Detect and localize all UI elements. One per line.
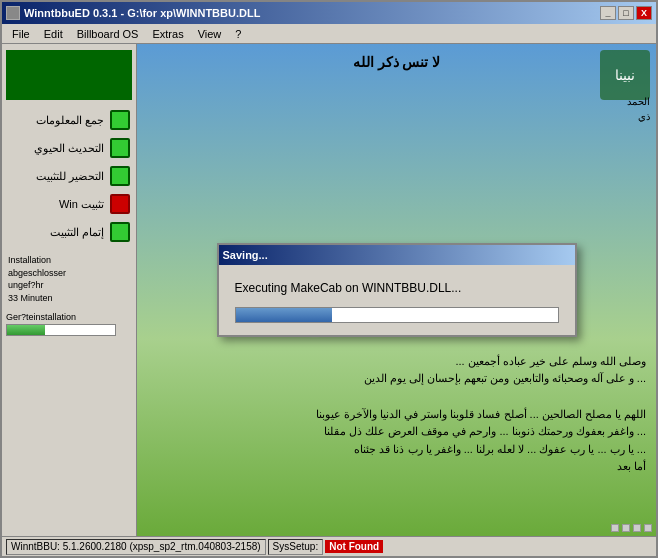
sidebar-btn-prepare[interactable]: التحضير للتثبيت xyxy=(6,164,132,188)
menu-view[interactable]: View xyxy=(192,26,228,42)
title-bar: WinntbbuED 0.3.1 - G:\for xp\WINNTBBU.DL… xyxy=(2,2,656,24)
saving-dialog: Saving... Executing MakeCab on WINNTBBU.… xyxy=(217,243,577,337)
sidebar-icon-finish xyxy=(110,222,130,242)
svg-text:⚔⚔: ⚔⚔ xyxy=(25,88,37,95)
window-title: WinntbbuED 0.3.1 - G:\for xp\WINNTBBU.DL… xyxy=(24,7,260,19)
syssetup-label-section: SysSetup: xyxy=(268,539,324,555)
title-bar-text: WinntbbuED 0.3.1 - G:\for xp\WINNTBBU.DL… xyxy=(6,6,260,20)
menu-file[interactable]: File xyxy=(6,26,36,42)
sidebar: بسم الله ⚔⚔ جمع المعلومات التحديث الحيوي… xyxy=(2,44,137,536)
dialog-title-bar: Saving... xyxy=(219,245,575,265)
desktop: لا تنس لا تنس ذكر الله نبينا الحمد ذي وص… xyxy=(137,44,656,536)
content-area: بسم الله ⚔⚔ جمع المعلومات التحديث الحيوي… xyxy=(2,44,656,536)
progress-label: Ger?teinstallation xyxy=(6,312,132,322)
sidebar-label-update: التحديث الحيوي xyxy=(34,142,104,155)
sidebar-icon-update xyxy=(110,138,130,158)
title-bar-controls: _ □ X xyxy=(600,6,652,20)
sidebar-label-install: تثبيت Win xyxy=(59,198,104,211)
not-found-badge: Not Found xyxy=(325,540,383,553)
status-line-2: abgeschlosser xyxy=(8,267,130,280)
menu-help[interactable]: ? xyxy=(229,26,247,42)
svg-rect-0 xyxy=(6,52,132,99)
winntbbu-value: 5.1.2600.2180 (xpsp_sp2_rtm.040803-2158) xyxy=(63,541,261,552)
maximize-button[interactable]: □ xyxy=(618,6,634,20)
sidebar-btn-install[interactable]: تثبيت Win xyxy=(6,192,132,216)
dialog-progress-fill xyxy=(236,308,333,322)
winntbbu-section: WinntBBU: 5.1.2600.2180 (xpsp_sp2_rtm.04… xyxy=(6,539,266,555)
dialog-content: Executing MakeCab on WINNTBBU.DLL... xyxy=(219,265,575,335)
svg-text:بسم الله: بسم الله xyxy=(49,70,88,83)
sidebar-label-prepare: التحضير للتثبيت xyxy=(36,170,104,183)
main-window: WinntbbuED 0.3.1 - G:\for xp\WINNTBBU.DL… xyxy=(0,0,658,558)
sidebar-icon-install xyxy=(110,194,130,214)
sidebar-label-info: جمع المعلومات xyxy=(36,114,104,127)
sidebar-btn-update[interactable]: التحديث الحيوي xyxy=(6,136,132,160)
status-line-4: 33 Minuten xyxy=(8,292,130,305)
flag-area: بسم الله ⚔⚔ xyxy=(6,50,132,100)
winntbbu-label: WinntBBU: xyxy=(11,541,60,552)
menu-extras[interactable]: Extras xyxy=(146,26,189,42)
progress-bar-inner xyxy=(7,325,45,335)
progress-section: Ger?teinstallation xyxy=(6,312,132,336)
dialog-message: Executing MakeCab on WINNTBBU.DLL... xyxy=(235,281,559,295)
sidebar-btn-finish[interactable]: إتمام التثبيت xyxy=(6,220,132,244)
menu-bar: File Edit Billboard OS Extras View ? xyxy=(2,24,656,44)
sidebar-label-finish: إتمام التثبيت xyxy=(50,226,104,239)
menu-billboard-os[interactable]: Billboard OS xyxy=(71,26,145,42)
sidebar-icon-info xyxy=(110,110,130,130)
status-bar: WinntBBU: 5.1.2600.2180 (xpsp_sp2_rtm.04… xyxy=(2,536,656,556)
app-icon xyxy=(6,6,20,20)
menu-edit[interactable]: Edit xyxy=(38,26,69,42)
dialog-overlay: Saving... Executing MakeCab on WINNTBBU.… xyxy=(137,44,656,536)
progress-bar-outer xyxy=(6,324,116,336)
syssetup-label: SysSetup: xyxy=(273,541,319,552)
dialog-title: Saving... xyxy=(223,249,268,261)
minimize-button[interactable]: _ xyxy=(600,6,616,20)
dialog-progress-bar xyxy=(235,307,559,323)
status-line-1: Installation xyxy=(8,254,130,267)
status-line-3: ungef?hr xyxy=(8,279,130,292)
sidebar-icon-prepare xyxy=(110,166,130,186)
installation-status: Installation abgeschlosser ungef?hr 33 M… xyxy=(6,254,132,304)
close-button[interactable]: X xyxy=(636,6,652,20)
sidebar-btn-info[interactable]: جمع المعلومات xyxy=(6,108,132,132)
